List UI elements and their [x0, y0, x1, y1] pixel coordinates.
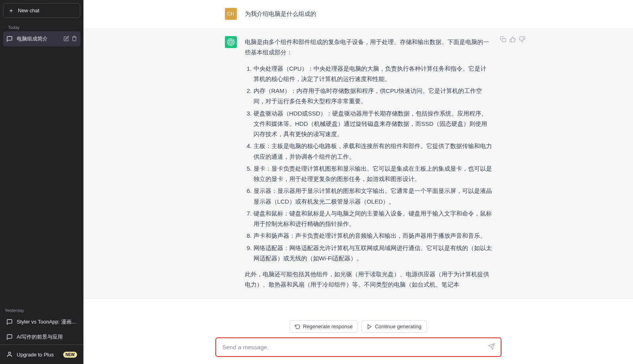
new-chat-button[interactable]: New chat	[3, 3, 80, 18]
refresh-icon	[295, 324, 300, 329]
assistant-intro: 电脑是由多个组件和部件组成的复杂电子设备，用于处理、存储和输出数据。下面是电脑的…	[245, 37, 492, 58]
assistant-message-body: 电脑是由多个组件和部件组成的复杂电子设备，用于处理、存储和输出数据。下面是电脑的…	[245, 36, 492, 290]
chat-icon	[6, 36, 13, 42]
user-message-row: CH 为我介绍电脑是什么组成的	[83, 0, 633, 28]
sidebar-bottom: Upgrade to Plus NEW	[0, 345, 83, 364]
list-item: 显示器：显示器用于显示计算机的图形和文字输出。它通常是一个平面显示屏，可以是液晶…	[254, 186, 492, 207]
main: CH 为我介绍电脑是什么组成的 电脑是由多个组件和部件组成的复杂电子设备，用于处…	[83, 0, 633, 364]
message-input-wrapper	[215, 337, 501, 357]
continue-icon	[367, 324, 372, 329]
assistant-list: 中央处理器（CPU）：中央处理器是电脑的大脑，负责执行各种计算任务和指令。它是计…	[245, 64, 492, 264]
section-yesterday: Yesterday	[0, 304, 83, 314]
list-item: 硬盘驱动器（HDD或SSD）：硬盘驱动器用于长期存储数据，包括操作系统、应用程序…	[254, 108, 492, 140]
copy-icon[interactable]	[500, 36, 506, 44]
thumbs-up-icon[interactable]	[509, 36, 516, 44]
chat-item-label: Styler vs ToonApp: 漫画脸优劣	[17, 318, 77, 325]
svg-marker-4	[368, 324, 371, 329]
edit-icon[interactable]	[64, 36, 69, 42]
chat-item-label: 电脑组成简介	[17, 35, 60, 42]
list-item: 网络适配器：网络适配器允许计算机与互联网或局域网进行通信。它可以是有线的（如以太…	[254, 243, 492, 264]
plus-icon	[8, 8, 14, 13]
assistant-avatar	[225, 36, 237, 48]
list-item: 内存（RAM）：内存用于临时存储数据和程序，供CPU快速访问。它是计算机的工作空…	[254, 86, 492, 107]
regenerate-button[interactable]: Regenerate response	[290, 320, 358, 333]
yesterday-section: Yesterday Styler vs ToonApp: 漫画脸优劣AI写作的前…	[0, 304, 83, 345]
continue-button[interactable]: Continue generating	[362, 320, 426, 333]
chat-list: Today 电脑组成简介	[0, 21, 83, 304]
continue-label: Continue generating	[375, 324, 421, 329]
upgrade-button[interactable]: Upgrade to Plus NEW	[3, 347, 80, 362]
chat-icon	[6, 334, 13, 340]
chat-item[interactable]: Styler vs ToonApp: 漫画脸优劣	[3, 314, 80, 329]
upgrade-label: Upgrade to Plus	[17, 352, 54, 358]
new-badge: NEW	[63, 352, 77, 358]
section-today: Today	[3, 21, 80, 31]
sidebar: New chat Today 电脑组成简介 Yesterday Styler v…	[0, 0, 83, 364]
user-avatar: CH	[225, 8, 237, 20]
chat-item[interactable]: AI写作的前景与应用	[3, 329, 80, 345]
conversation: CH 为我介绍电脑是什么组成的 电脑是由多个组件和部件组成的复杂电子设备，用于处…	[83, 0, 633, 315]
svg-point-2	[8, 352, 10, 354]
user-message-text: 为我介绍电脑是什么组成的	[245, 8, 492, 20]
regenerate-label: Regenerate response	[303, 324, 352, 329]
message-actions	[500, 36, 525, 44]
assistant-outro: 此外，电脑还可能包括其他组件，如光驱（用于读取光盘）、电源供应器（用于为计算机提…	[245, 269, 492, 290]
svg-rect-3	[502, 39, 506, 42]
user-icon	[6, 351, 13, 358]
input-area: Regenerate response Continue generating	[83, 315, 633, 364]
list-item: 声卡和扬声器：声卡负责处理计算机的音频输入和输出，而扬声器用于播放声音和音乐。	[254, 231, 492, 241]
list-item: 中央处理器（CPU）：中央处理器是电脑的大脑，负责执行各种计算任务和指令。它是计…	[254, 64, 492, 85]
chat-icon	[6, 319, 13, 325]
chat-item-label: AI写作的前景与应用	[17, 333, 77, 341]
list-item: 主板：主板是电脑的核心电路板，承载和连接所有的组件和部件。它提供了数据传输和电力…	[254, 141, 492, 162]
send-icon	[488, 343, 495, 350]
chat-item[interactable]: 电脑组成简介	[3, 31, 80, 46]
list-item: 键盘和鼠标：键盘和鼠标是人与电脑之间的主要输入设备。键盘用于输入文字和命令，鼠标…	[254, 208, 492, 229]
send-button[interactable]	[482, 339, 501, 355]
list-item: 显卡：显卡负责处理计算机图形和显示输出。它可以是集成在主板上的集成显卡，也可以是…	[254, 164, 492, 185]
message-input[interactable]	[216, 338, 482, 356]
new-chat-label: New chat	[18, 8, 39, 13]
assistant-message-row: 电脑是由多个组件和部件组成的复杂电子设备，用于处理、存储和输出数据。下面是电脑的…	[83, 28, 633, 299]
thumbs-down-icon[interactable]	[519, 36, 525, 44]
delete-icon[interactable]	[72, 36, 77, 42]
